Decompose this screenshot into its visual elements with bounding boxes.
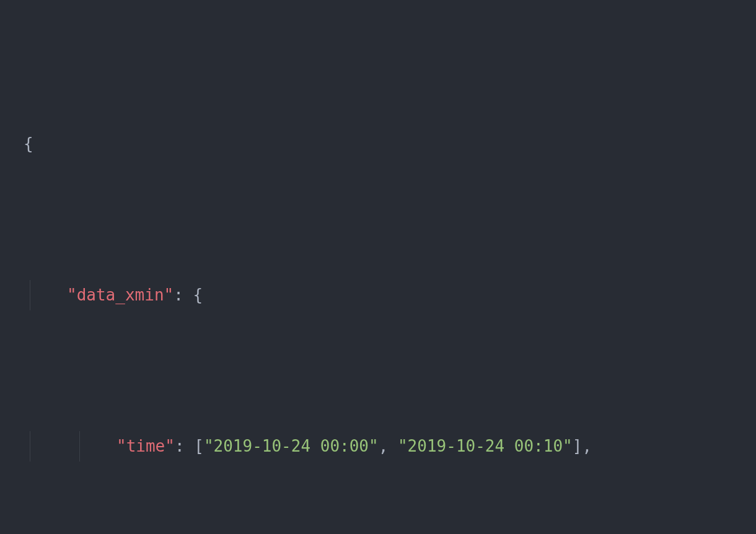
bracket-open: [ xyxy=(194,437,204,455)
brace-open: { xyxy=(24,134,33,153)
code-line: "data_xmin": { xyxy=(6,280,750,310)
brace-open: { xyxy=(193,286,203,304)
code-line: "time": ["2019-10-24 00:00", "2019-10-24… xyxy=(6,431,750,462)
bracket-close: ], xyxy=(573,437,592,455)
code-editor[interactable]: { "data_xmin": { "time": ["2019-10-24 00… xyxy=(0,0,756,534)
json-key: "data_xmin" xyxy=(67,286,174,304)
json-string: "2019-10-24 00:10" xyxy=(398,437,573,455)
code-line: { xyxy=(6,129,750,159)
json-key: "time" xyxy=(116,437,175,455)
json-string: "2019-10-24 00:00" xyxy=(204,437,379,455)
